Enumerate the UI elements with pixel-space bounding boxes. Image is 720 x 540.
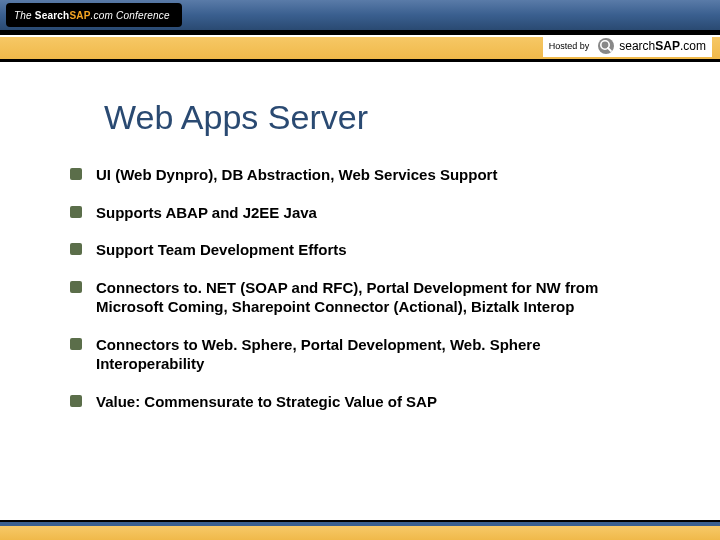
bullet-item: Supports ABAP and J2EE Java <box>70 203 650 223</box>
logo-sap: SAP <box>69 10 90 21</box>
footer-bar <box>0 522 720 540</box>
hosted-by-container: Hosted by searchSAP.com <box>543 35 712 57</box>
bullet-item: Connectors to Web. Sphere, Portal Develo… <box>70 335 650 374</box>
bullet-list: UI (Web Dynpro), DB Abstraction, Web Ser… <box>70 165 650 411</box>
slide-title: Web Apps Server <box>104 98 650 137</box>
logo-prefix: The <box>14 10 35 21</box>
search-sap-logo: searchSAP.com <box>597 37 706 55</box>
logo-suffix: Conference <box>113 10 170 21</box>
magnifier-icon <box>597 37 615 55</box>
search-sap-logo-text: searchSAP.com <box>619 39 706 53</box>
bullet-item: Value: Commensurate to Strategic Value o… <box>70 392 650 412</box>
conference-logo-text: The SearchSAP.com Conference <box>14 10 170 21</box>
header-bar: The SearchSAP.com Conference <box>0 0 720 32</box>
bullet-item: UI (Web Dynpro), DB Abstraction, Web Ser… <box>70 165 650 185</box>
hosted-logo-sap: SAP <box>655 39 680 53</box>
conference-logo: The SearchSAP.com Conference <box>6 3 182 27</box>
bullet-item: Support Team Development Efforts <box>70 240 650 260</box>
hosted-by-label: Hosted by <box>549 41 590 51</box>
bullet-item: Connectors to. NET (SOAP and RFC), Porta… <box>70 278 650 317</box>
hosted-logo-search: search <box>619 39 655 53</box>
hosted-logo-com: .com <box>680 39 706 53</box>
gold-strip: Hosted by searchSAP.com <box>0 32 720 62</box>
logo-search: Search <box>35 10 70 21</box>
logo-com: .com <box>91 10 113 21</box>
slide-content: Web Apps Server UI (Web Dynpro), DB Abst… <box>0 62 720 411</box>
